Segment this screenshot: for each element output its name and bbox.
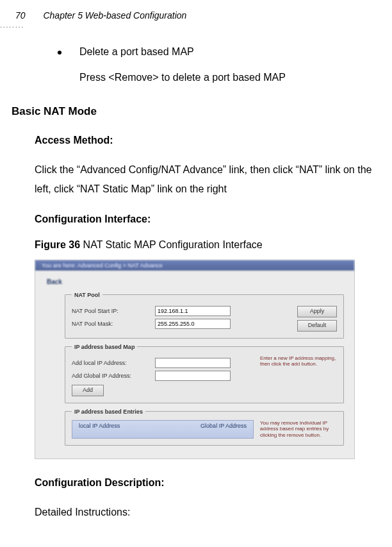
page-number: 70 [15, 10, 26, 21]
figure-label: Figure 36 [35, 239, 80, 250]
nat-pool-legend: NAT Pool [72, 292, 102, 298]
section-heading: Basic NAT Mode [12, 105, 386, 118]
breadcrumb: You are here: Advanced Config > NAT Adva… [35, 260, 354, 271]
ip-map-legend: IP address based Map [72, 344, 137, 350]
nat-pool-mask-input[interactable] [155, 319, 231, 329]
entries-col-global: Global IP Address [200, 423, 247, 436]
access-method-text: Click the “Advanced Config/NAT Advance” … [35, 160, 386, 199]
entries-fieldset: IP address based Entries local IP Addres… [65, 408, 344, 446]
access-method-heading: Access Method: [35, 135, 386, 146]
ip-map-fieldset: IP address based Map Add local IP Addres… [65, 344, 344, 403]
ip-map-hint: Enter a new IP address mapping, then cli… [260, 355, 337, 396]
nat-pool-startip-label: NAT Pool Start IP: [72, 308, 155, 314]
add-button[interactable]: Add [72, 385, 104, 396]
nat-pool-fieldset: NAT Pool NAT Pool Start IP: NAT Pool Mas… [65, 292, 344, 339]
chapter-title: Chapter 5 Web-based Configuration [43, 10, 186, 21]
entries-col-local: local IP Address [79, 423, 120, 436]
bullet-subtext: Press <Remove> to delete a port based MA… [79, 72, 386, 83]
apply-button[interactable]: Apply [297, 306, 337, 317]
local-ip-label: Add local IP Address: [72, 360, 155, 366]
figure-caption: Figure 36 NAT Static MAP Configuration I… [35, 239, 386, 251]
screenshot-figure: You are here: Advanced Config > NAT Adva… [35, 260, 355, 459]
nat-pool-startip-input[interactable] [155, 306, 231, 316]
config-description-heading: Configuration Description: [35, 477, 386, 489]
config-interface-heading: Configuration Interface: [35, 214, 386, 225]
entries-hint: You may remove individual IP address bas… [260, 420, 337, 439]
bullet-text: Delete a port based MAP [79, 46, 194, 58]
local-ip-input[interactable] [155, 358, 231, 368]
nat-pool-mask-label: NAT Pool Mask: [72, 321, 155, 327]
default-button[interactable]: Default [297, 320, 337, 332]
global-ip-input[interactable] [155, 371, 231, 381]
figure-caption-text: NAT Static MAP Configuration Interface [80, 239, 263, 250]
detailed-instructions-label: Detailed Instructions: [35, 503, 386, 522]
bullet-item: Delete a port based MAP [58, 46, 386, 58]
entries-legend: IP address based Entries [72, 408, 145, 415]
bullet-dot-icon [58, 51, 61, 55]
decorative-dots: ........ [0, 22, 24, 29]
page-header: 70 Chapter 5 Web-based Configuration [15, 10, 186, 21]
page-content: Delete a port based MAP Press <Remove> t… [35, 46, 386, 522]
back-link[interactable]: Back [47, 278, 344, 285]
entries-header-row: local IP Address Global IP Address [72, 420, 254, 439]
global-ip-label: Add Global IP Address: [72, 373, 155, 379]
